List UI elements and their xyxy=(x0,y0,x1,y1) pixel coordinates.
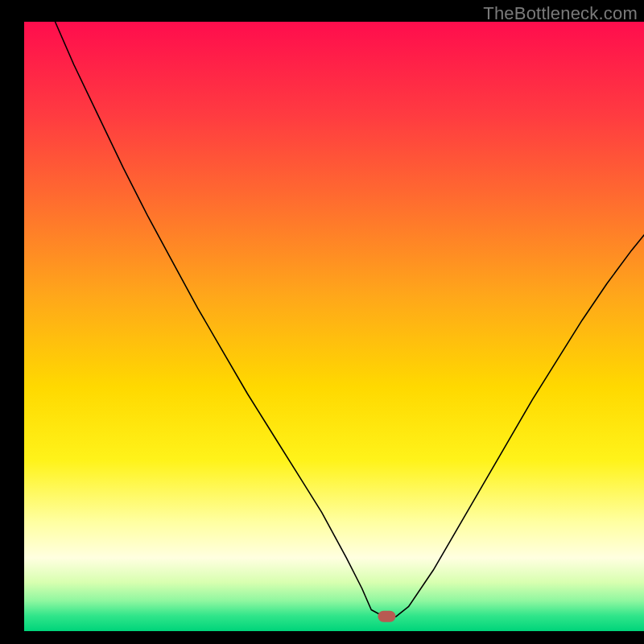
chart-canvas xyxy=(0,0,644,644)
watermark-text: TheBottleneck.com xyxy=(483,3,638,24)
plot-background xyxy=(24,22,644,631)
optimum-marker xyxy=(378,611,395,622)
bottleneck-chart: TheBottleneck.com xyxy=(0,0,644,644)
